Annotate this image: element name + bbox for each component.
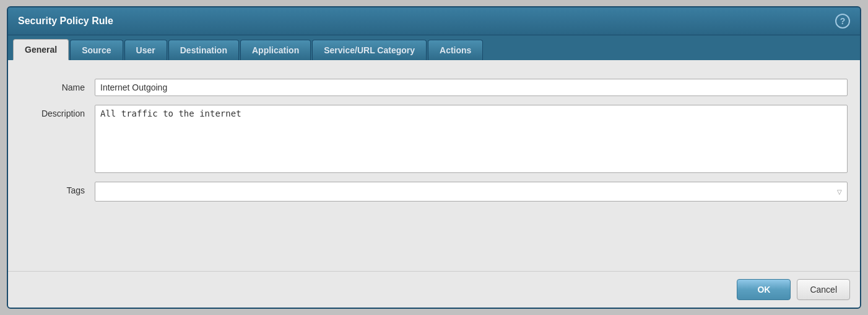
tab-actions[interactable]: Actions <box>428 40 483 60</box>
tab-destination[interactable]: Destination <box>168 40 239 60</box>
tags-row: Tags ▽ <box>20 182 848 202</box>
tabs-bar: General Source User Destination Applicat… <box>8 35 860 60</box>
name-input[interactable] <box>95 79 848 96</box>
tags-label: Tags <box>20 182 95 195</box>
cancel-button[interactable]: Cancel <box>797 279 850 300</box>
tags-field[interactable]: ▽ <box>95 182 848 202</box>
tab-general[interactable]: General <box>13 39 69 60</box>
name-row: Name <box>20 79 848 96</box>
tab-content-general: Name Description All traffic to the inte… <box>8 60 860 271</box>
description-input[interactable]: All traffic to the internet <box>95 105 848 173</box>
ok-button[interactable]: OK <box>737 279 791 300</box>
name-label: Name <box>20 79 95 92</box>
dialog-footer: OK Cancel <box>8 271 860 308</box>
dialog-title: Security Policy Rule <box>18 16 113 27</box>
security-policy-rule-dialog: Security Policy Rule ? General Source Us… <box>7 6 861 309</box>
general-form: Name Description All traffic to the inte… <box>20 73 848 216</box>
tab-application[interactable]: Application <box>240 40 311 60</box>
dialog-header: Security Policy Rule ? <box>8 7 860 35</box>
description-row: Description All traffic to the internet <box>20 105 848 173</box>
tab-service-url[interactable]: Service/URL Category <box>312 40 427 60</box>
help-icon[interactable]: ? <box>835 14 850 29</box>
tags-dropdown-icon[interactable]: ▽ <box>837 189 842 195</box>
tab-source[interactable]: Source <box>70 40 123 60</box>
description-label: Description <box>20 105 95 118</box>
tab-user[interactable]: User <box>124 40 167 60</box>
